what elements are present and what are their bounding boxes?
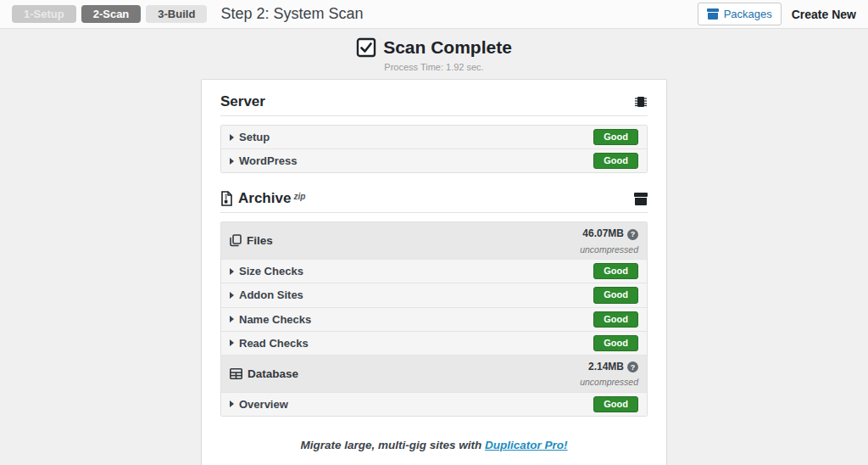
step-1-setup: 1-Setup — [12, 5, 76, 23]
step-3-build: 3-Build — [146, 5, 207, 23]
server-section-title: Server — [220, 93, 265, 110]
create-new-link[interactable]: Create New — [792, 8, 860, 21]
size-value: 46.07MB — [582, 228, 624, 240]
caret-right-icon — [230, 339, 234, 346]
files-row-read-checks[interactable]: Read Checks Good — [221, 332, 647, 356]
microchip-icon — [634, 95, 648, 109]
status-badge: Good — [593, 287, 638, 303]
archive-box-icon — [707, 8, 719, 20]
row-label: WordPress — [239, 154, 297, 167]
caret-right-icon — [230, 316, 234, 322]
toolbar-right: Packages Create New — [698, 3, 860, 25]
archive-format-label: zip — [293, 190, 305, 201]
database-size: 2.14MB uncompressed — [580, 358, 638, 389]
size-value: 2.14MB — [588, 361, 624, 373]
page-title: Step 2: System Scan — [220, 5, 697, 23]
archive-rows: Files 46.07MB uncompressed Size Checks G… — [220, 221, 648, 417]
files-row-addon-sites[interactable]: Addon Sites Good — [221, 283, 647, 307]
caret-right-icon — [230, 134, 234, 141]
server-row-setup[interactable]: Setup Good — [221, 126, 647, 149]
step-2-scan: 2-Scan — [81, 5, 142, 23]
question-circle-icon[interactable] — [627, 361, 638, 373]
row-label: Name Checks — [239, 313, 311, 326]
status-badge: Good — [593, 153, 638, 169]
scan-results-panel: Server Setup Good WordPress Good Archive… — [201, 79, 667, 465]
checked-checkbox-icon — [356, 37, 376, 58]
server-rows: Setup Good WordPress Good — [220, 125, 648, 173]
question-circle-icon[interactable] — [627, 229, 638, 240]
duplicator-pro-link[interactable]: Duplicator Pro! — [485, 439, 568, 451]
server-section-header: Server — [220, 93, 648, 116]
caret-right-icon — [230, 268, 234, 275]
caret-right-icon — [230, 158, 234, 165]
caret-right-icon — [230, 401, 234, 407]
zip-file-icon — [220, 191, 233, 206]
files-row-size-checks[interactable]: Size Checks Good — [221, 260, 647, 283]
files-size: 46.07MB uncompressed — [580, 225, 638, 256]
row-label: Files — [247, 234, 273, 247]
database-group-row[interactable]: Database 2.14MB uncompressed — [221, 356, 647, 393]
archive-section-header: Archive zip — [220, 190, 648, 213]
promo-text: Migrate large, multi-gig sites with — [300, 439, 481, 451]
files-row-name-checks[interactable]: Name Checks Good — [221, 308, 647, 332]
archive-section-title: Archive — [238, 190, 291, 207]
database-row-overview[interactable]: Overview Good — [221, 393, 647, 416]
status-badge: Good — [593, 129, 638, 145]
copy-pages-icon — [230, 234, 242, 247]
packages-button-label: Packages — [724, 8, 772, 20]
packages-button[interactable]: Packages — [698, 3, 782, 25]
pro-promo: Migrate large, multi-gig sites with Dupl… — [220, 439, 648, 451]
row-label: Size Checks — [239, 265, 303, 277]
row-label: Setup — [239, 131, 270, 143]
files-group-row[interactable]: Files 46.07MB uncompressed — [221, 222, 647, 260]
row-label: Database — [248, 367, 298, 380]
row-label: Overview — [239, 398, 288, 411]
step-indicator: 1-Setup 2-Scan 3-Build — [12, 5, 207, 23]
row-label: Read Checks — [239, 337, 309, 350]
caret-right-icon — [230, 292, 234, 299]
process-time: Process Time: 1.92 sec. — [0, 62, 868, 72]
status-badge: Good — [593, 396, 638, 412]
server-row-wordpress[interactable]: WordPress Good — [221, 149, 647, 172]
status-badge: Good — [593, 311, 638, 328]
status-badge: Good — [593, 263, 638, 279]
scan-complete-header: Scan Complete Process Time: 1.92 sec. — [0, 37, 868, 72]
row-label: Addon Sites — [239, 289, 303, 301]
scan-complete-title: Scan Complete — [383, 37, 512, 58]
top-toolbar: 1-Setup 2-Scan 3-Build Step 2: System Sc… — [0, 0, 868, 29]
archive-box-icon — [634, 193, 648, 205]
size-note: uncompressed — [580, 244, 638, 255]
table-icon — [230, 368, 242, 379]
status-badge: Good — [593, 335, 638, 351]
size-note: uncompressed — [580, 377, 638, 387]
